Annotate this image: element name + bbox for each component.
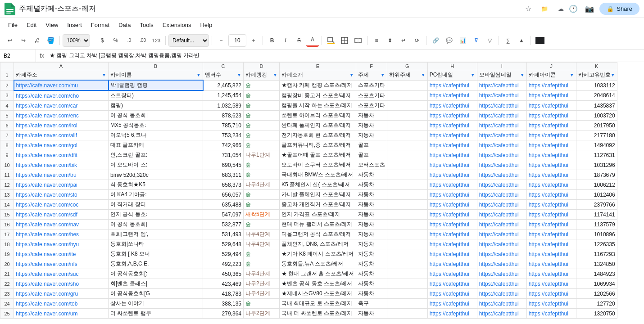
cell-ranking[interactable]: 숲	[244, 170, 280, 180]
cell-subtopic[interactable]	[387, 111, 427, 121]
cell-intro[interactable]: 국내 최대규모 토 스포츠/레저	[280, 299, 356, 309]
cell-intro[interactable]: ★기아 K8 페이시 스포츠/레저	[280, 249, 356, 259]
cell-pc-thumb[interactable]: https://cafeptthui	[427, 259, 477, 269]
cell-cafe-id[interactable]: 1873679	[576, 170, 617, 180]
text-wrap-button[interactable]: ↵	[397, 34, 410, 47]
cell-ranking[interactable]: 숲	[244, 160, 280, 170]
filter-icon-J[interactable]: ▼	[570, 72, 574, 77]
cell-ranking[interactable]: 숲	[244, 259, 280, 269]
cell-pc-thumb[interactable]: https://cafeptthui	[427, 309, 477, 319]
fill-color-button[interactable]	[325, 34, 337, 47]
filter-icon-A[interactable]: ▼	[102, 72, 106, 77]
row-num-7[interactable]: 7	[0, 130, 14, 140]
cell-cafe-id[interactable]: 1494092	[576, 140, 617, 150]
col-header-B[interactable]: B	[109, 63, 203, 70]
cell-ranking[interactable]: 숲	[244, 220, 280, 230]
filter-icon-E[interactable]: ▼	[349, 72, 354, 77]
menu-insert[interactable]: Insert	[63, 20, 86, 30]
cell-url[interactable]: https://cafe.naver.com/gru	[14, 289, 109, 299]
filter-icon-C[interactable]: ▼	[237, 72, 241, 77]
cell-cafe-id[interactable]: 1137579	[576, 220, 617, 230]
filter-icon-F[interactable]: ▼	[381, 72, 385, 77]
cell-pc-thumb[interactable]: https://cafeptthui	[427, 101, 477, 111]
cell-ranking[interactable]: 나무4단계	[244, 269, 280, 279]
cell-mobile-thumb[interactable]: https://cafeptthui	[477, 299, 526, 309]
cell-cafe-name[interactable]: MX5 공식동호:	[109, 121, 203, 130]
col-header-C[interactable]: C	[203, 63, 244, 70]
percent-button[interactable]: %	[109, 34, 122, 47]
filter-icon-I[interactable]: ▼	[520, 72, 525, 77]
meet-button[interactable]: 📷	[583, 3, 596, 15]
cell-intro[interactable]: 골프커뮤니티,중 스포츠/레저	[280, 140, 356, 150]
row-num-16[interactable]: 16	[0, 220, 14, 230]
cell-subtopic[interactable]	[387, 289, 427, 299]
cell-cafe-id[interactable]: 127720	[576, 299, 617, 309]
functions-button[interactable]: ∑	[502, 34, 514, 47]
cell-subtopic[interactable]	[387, 210, 427, 220]
cell-cafe-icon[interactable]: https://cafeptthui	[526, 239, 576, 249]
cell-topic[interactable]: 축구	[356, 299, 387, 309]
insert-chart-button[interactable]: 📊	[456, 34, 469, 47]
cell-mobile-thumb[interactable]: https://cafeptthui	[477, 249, 526, 259]
star-button[interactable]: ☆	[522, 3, 535, 15]
cell-cafe-icon[interactable]: https://cafeptthui	[526, 130, 576, 140]
row-num-17[interactable]: 17	[0, 230, 14, 239]
cell-cafe-id[interactable]: 1324850	[576, 259, 617, 269]
cell-cafe-icon[interactable]: https://cafeptthui	[526, 289, 576, 299]
cell-mobile-thumb[interactable]: https://cafeptthui	[477, 160, 526, 170]
cell-intro[interactable]: ★제네시스GV80 스포츠/레저	[280, 289, 356, 299]
cell-topic[interactable]: 자동차	[356, 121, 387, 130]
cell-pc-thumb[interactable]: https://cafeptthui	[427, 190, 477, 200]
cell-cafe-icon[interactable]: https://cafeptthui	[526, 140, 576, 150]
cell-ranking[interactable]: 숲	[244, 101, 280, 111]
cell-pc-thumb[interactable]: https://cafeptthui	[427, 130, 477, 140]
font-size-decrease-button[interactable]: −	[215, 34, 227, 47]
cell-cafe-id[interactable]: 1484923	[576, 269, 617, 279]
cell-members[interactable]: 532,877	[203, 220, 244, 230]
cell-mobile-thumb[interactable]: https://cafeptthui	[477, 289, 526, 299]
cell-cafe-icon[interactable]: https://cafeptthui	[526, 269, 576, 279]
cell-members[interactable]: 683,311	[203, 170, 244, 180]
decimal-decrease-button[interactable]: .0	[123, 34, 136, 47]
row-num-22[interactable]: 22	[0, 279, 14, 289]
col-header-A[interactable]: A	[14, 63, 109, 70]
cell-members[interactable]: 531,493	[203, 230, 244, 239]
row-num-18[interactable]: 18	[0, 239, 14, 249]
cell-members[interactable]: 388,135	[203, 299, 244, 309]
cell-url[interactable]: https://cafe.naver.com/car	[14, 101, 109, 111]
cell-url[interactable]: https://cafe.naver.com/hyu	[14, 239, 109, 249]
cell-cafe-name[interactable]: 스트장터)	[109, 90, 203, 101]
cell-cafe-id[interactable]: 1010896	[576, 230, 617, 239]
cell-subtopic[interactable]	[387, 130, 427, 140]
cell-ranking[interactable]: 숲	[244, 111, 280, 121]
cell-subtopic[interactable]	[387, 150, 427, 160]
cell-intro[interactable]: 싼타페 풀체인지 스포츠/레저	[280, 121, 356, 130]
cell-mobile-thumb[interactable]: https://cafeptthui	[477, 130, 526, 140]
cell-topic[interactable]: 자동차	[356, 230, 387, 239]
cell-intro[interactable]: 현대 더뉴 팰리서 스포츠/레저	[280, 220, 356, 230]
cell-cafe-icon[interactable]: https://cafeptthui	[526, 180, 576, 190]
cell-intro[interactable]: 디올그랜저 공식 스포츠/레저	[280, 230, 356, 239]
cell-cafe-id[interactable]: 1167293	[576, 249, 617, 259]
cell-mobile-thumb[interactable]: https://cafeptthui	[477, 279, 526, 289]
filter-button[interactable]: ⊽	[470, 34, 482, 47]
cell-pc-thumb[interactable]: https://cafeptthui	[427, 150, 477, 160]
cell-pc-thumb[interactable]: https://cafeptthui	[427, 239, 477, 249]
cell-intro[interactable]: ★골프어때 골프 스포츠/레저	[280, 150, 356, 160]
cell-url[interactable]: https://cafe.naver.com/nav	[14, 220, 109, 230]
row-num-8[interactable]: 8	[0, 140, 14, 150]
cell-intro[interactable]: 동호회들,뉴A 스포츠/레저	[280, 259, 356, 269]
sheet-container[interactable]: A B C D E F G H I J K 1 카페주소 ▼	[0, 62, 644, 324]
cell-cafe-name[interactable]: 상사는 이야기	[109, 299, 203, 309]
header-mobile-thumb[interactable]: 모바일썸네일 ▼	[477, 70, 526, 81]
cell-mobile-thumb[interactable]: https://cafeptthui	[477, 190, 526, 200]
cell-pc-thumb[interactable]: https://cafeptthui	[427, 200, 477, 210]
cell-members[interactable]: 753,234	[203, 130, 244, 140]
cell-url[interactable]: https://cafe.naver.com/sdf	[14, 210, 109, 220]
menu-format[interactable]: Format	[86, 20, 114, 30]
share-button[interactable]: 🔒 Share	[599, 3, 639, 15]
col-header-H[interactable]: H	[427, 63, 477, 70]
row-num-10[interactable]: 10	[0, 160, 14, 170]
cell-pc-thumb[interactable]: https://cafeptthui	[427, 160, 477, 170]
row-num-11[interactable]: 11	[0, 170, 14, 180]
